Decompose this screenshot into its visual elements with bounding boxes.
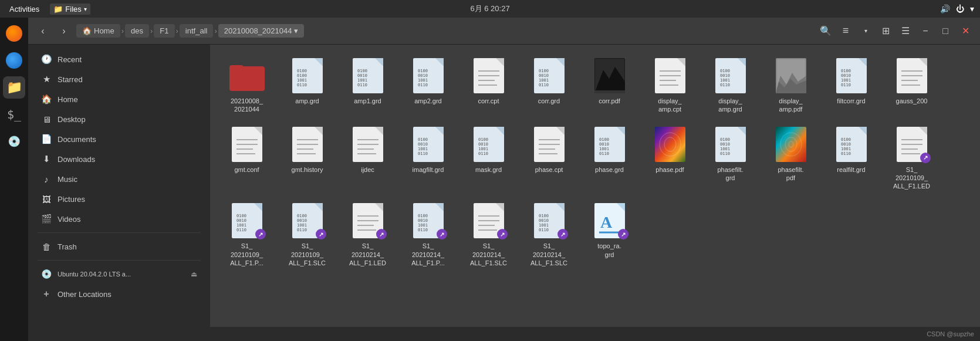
file-item-corr-cpt[interactable]: corr.cpt bbox=[461, 53, 516, 117]
chevron-down-icon-breadcrumb: ▾ bbox=[294, 26, 298, 35]
symlink-badge: ↗ bbox=[618, 229, 628, 239]
file-item-s1-p2[interactable]: 0100 0010 1001 0110 ↗ S1_20210214_ALL_F1… bbox=[400, 198, 456, 271]
file-item-s1-p1[interactable]: 0100 0010 1001 0110 ↗ S1_20210109_ALL_F1… bbox=[219, 198, 275, 271]
thunderbird-app[interactable] bbox=[3, 49, 25, 72]
file-name-label: filtcorr.grd bbox=[837, 97, 865, 105]
list-view-button[interactable]: ≡ bbox=[837, 22, 854, 40]
svg-text:1001: 1001 bbox=[418, 147, 428, 151]
other-locations-icon: + bbox=[41, 289, 52, 299]
sidebar-item-other-locations[interactable]: + Other Locations bbox=[32, 285, 207, 303]
breadcrumb-home[interactable]: 🏠 Home bbox=[76, 24, 120, 38]
svg-text:0110: 0110 bbox=[841, 83, 851, 87]
symlink-badge: ↗ bbox=[376, 229, 387, 239]
file-name-label: S1_20210109_ALL_F1.P... bbox=[230, 242, 263, 267]
sidebar-item-music[interactable]: ♪ Music bbox=[32, 170, 207, 188]
sidebar-item-starred[interactable]: ★ Starred bbox=[32, 70, 207, 89]
file-item-display-amp-grd[interactable]: 0100 0010 1001 0110 display_amp.grd bbox=[702, 53, 758, 117]
file-item-amp2-grd[interactable]: 0100 0010 1001 0110 amp2.grd bbox=[400, 53, 456, 117]
back-button[interactable]: ‹ bbox=[34, 22, 52, 40]
sidebar-label-other: Other Locations bbox=[58, 290, 111, 299]
file-item-s1-led2[interactable]: ↗ S1_20210214_ALL_F1.LED bbox=[340, 198, 396, 271]
file-item-display-amp-cpt[interactable]: display_amp.cpt bbox=[642, 53, 698, 117]
file-item-folder[interactable]: 20210008_2021044 bbox=[219, 53, 275, 117]
file-item-gmt-conf[interactable]: gmt.conf bbox=[219, 122, 275, 194]
dvd-app[interactable]: 💿 bbox=[3, 130, 25, 153]
file-item-s1-led1[interactable]: ↗ S1_20210109_ALL_F1.LED bbox=[884, 122, 940, 194]
sidebar-item-downloads[interactable]: ⬇ Downloads bbox=[32, 150, 207, 168]
breadcrumb-date-label: 20210008_2021044 bbox=[224, 26, 292, 35]
minimize-button[interactable]: − bbox=[917, 22, 934, 40]
breadcrumb-des[interactable]: des bbox=[125, 24, 149, 38]
file-item-phase-cpt[interactable]: phase.cpt bbox=[521, 122, 577, 194]
file-item-mask-grd[interactable]: 0100 0010 1001 0110 mask.grd bbox=[461, 122, 516, 194]
text-file-icon bbox=[893, 57, 931, 94]
file-item-s1-slc1[interactable]: 0100 0010 1001 0110 ↗ S1_20210109_ALL_F1… bbox=[279, 198, 335, 271]
sidebar-item-recent[interactable]: 🕐 Recent bbox=[32, 50, 207, 69]
power-icon[interactable]: ⏻ bbox=[956, 4, 964, 13]
breadcrumb-home-label: Home bbox=[94, 26, 114, 35]
breadcrumb-intf-all[interactable]: intf_all bbox=[180, 24, 214, 38]
file-name-label: gmt.conf bbox=[234, 166, 259, 174]
file-item-s1-slc2[interactable]: ↗ S1_20210214_ALL_F1.SLC bbox=[461, 198, 516, 271]
starred-icon: ★ bbox=[41, 74, 52, 85]
text-file-icon bbox=[651, 57, 689, 94]
file-item-display-amp-pdf[interactable]: display_amp.pdf bbox=[763, 53, 819, 117]
file-item-amp-grd[interactable]: 0100 0100 1001 0110 amp.grd bbox=[279, 53, 335, 117]
svg-text:0110: 0110 bbox=[720, 151, 730, 156]
file-item-imagfilt-grd[interactable]: 0100 0010 1001 0110 imagfilt.grd bbox=[400, 122, 456, 194]
file-name-label: amp.grd bbox=[295, 97, 319, 105]
sidebar-item-pictures[interactable]: 🖼 Pictures bbox=[32, 190, 207, 208]
user-icon[interactable]: ▾ bbox=[970, 4, 974, 13]
file-item-gauss-200[interactable]: gauss_200 bbox=[884, 53, 940, 117]
grid-view-button[interactable]: ⊞ bbox=[877, 22, 894, 40]
view-dropdown-button[interactable]: ▾ bbox=[857, 22, 874, 40]
file-item-ijdec[interactable]: ijdec bbox=[340, 122, 396, 194]
file-item-corr-pdf[interactable]: corr.pdf bbox=[582, 53, 637, 117]
file-item-realfilt-grd[interactable]: 0100 0010 1001 0110 realfilt.grd bbox=[823, 122, 879, 194]
volume-icon[interactable]: 🔊 bbox=[940, 4, 950, 13]
eject-icon[interactable]: ⏏ bbox=[191, 270, 197, 278]
data-file-icon: 0100 0010 1001 0110 bbox=[470, 126, 508, 163]
symlink-badge: ↗ bbox=[316, 229, 326, 239]
file-item-phase-grd[interactable]: 0100 0010 1001 0110 phase.grd bbox=[582, 122, 637, 194]
search-button[interactable]: 🔍 bbox=[817, 22, 834, 40]
text-file-icon bbox=[530, 126, 568, 163]
menu-button[interactable]: ☰ bbox=[897, 22, 914, 40]
doc-symlink-icon: A ↗ bbox=[591, 202, 628, 239]
sidebar-item-ubuntu[interactable]: 💿 Ubuntu 20.04.2.0 LTS a... ⏏ bbox=[32, 265, 207, 283]
files-app[interactable]: 📁 bbox=[3, 76, 25, 99]
file-name-label: S1_20210109_ALL_F1.SLC bbox=[289, 242, 326, 267]
close-button[interactable]: ✕ bbox=[957, 22, 974, 40]
breadcrumb-date[interactable]: 20210008_2021044 ▾ bbox=[218, 24, 305, 38]
activities-button[interactable]: Activities bbox=[6, 4, 43, 15]
sidebar-item-videos[interactable]: 🎬 Videos bbox=[32, 210, 207, 228]
svg-text:0010: 0010 bbox=[418, 73, 428, 78]
file-item-corr-grd[interactable]: 0100 0010 1001 0110 corr.grd bbox=[521, 53, 577, 117]
maximize-button[interactable]: □ bbox=[937, 22, 954, 40]
file-item-phase-pdf[interactable]: phase.pdf bbox=[642, 122, 698, 194]
svg-text:0100: 0100 bbox=[418, 137, 428, 142]
file-item-filtcorr-grd[interactable]: 0100 0010 1001 0110 filtcorr.grd bbox=[823, 53, 879, 117]
sidebar-item-documents[interactable]: 📄 Documents bbox=[32, 130, 207, 148]
files-menu[interactable]: 📁 Files ▾ bbox=[50, 4, 90, 15]
file-item-amp1-grd[interactable]: 0100 0010 1001 0110 amp1.grd bbox=[340, 53, 396, 117]
file-item-topo-ra-grd[interactable]: A ↗ topo_ra.grd bbox=[582, 198, 637, 271]
firefox-icon bbox=[6, 25, 22, 42]
file-item-gmt-history[interactable]: gmt.history bbox=[279, 122, 335, 194]
breadcrumb-des-label: des bbox=[131, 26, 143, 35]
breadcrumb-f1[interactable]: F1 bbox=[154, 24, 174, 38]
sidebar-item-trash[interactable]: 🗑 Trash bbox=[32, 237, 207, 256]
data-file-icon: 0100 0010 1001 0110 bbox=[833, 57, 870, 94]
forward-button[interactable]: › bbox=[55, 22, 73, 40]
file-item-phasefilt-pdf[interactable]: phasefilt.pdf bbox=[763, 122, 819, 194]
file-item-s1-slc2b[interactable]: 0100 0010 1001 0110 ↗ S1_20210214_ALL_F1… bbox=[521, 198, 577, 271]
terminal-app[interactable]: $_ bbox=[3, 103, 25, 126]
data-file-icon: 0100 0010 1001 0110 bbox=[833, 126, 870, 163]
svg-text:0100: 0100 bbox=[720, 69, 730, 73]
file-item-phasefilt-grd[interactable]: 0100 0010 1001 0110 phasefilt.grd bbox=[702, 122, 758, 194]
firefox-app[interactable] bbox=[3, 22, 25, 45]
sidebar-item-desktop[interactable]: 🖥 Desktop bbox=[32, 110, 207, 129]
chevron-down-icon: ▾ bbox=[84, 6, 87, 12]
sidebar-item-home[interactable]: 🏠 Home bbox=[32, 90, 207, 109]
file-name-label: imagfilt.grd bbox=[413, 166, 444, 174]
